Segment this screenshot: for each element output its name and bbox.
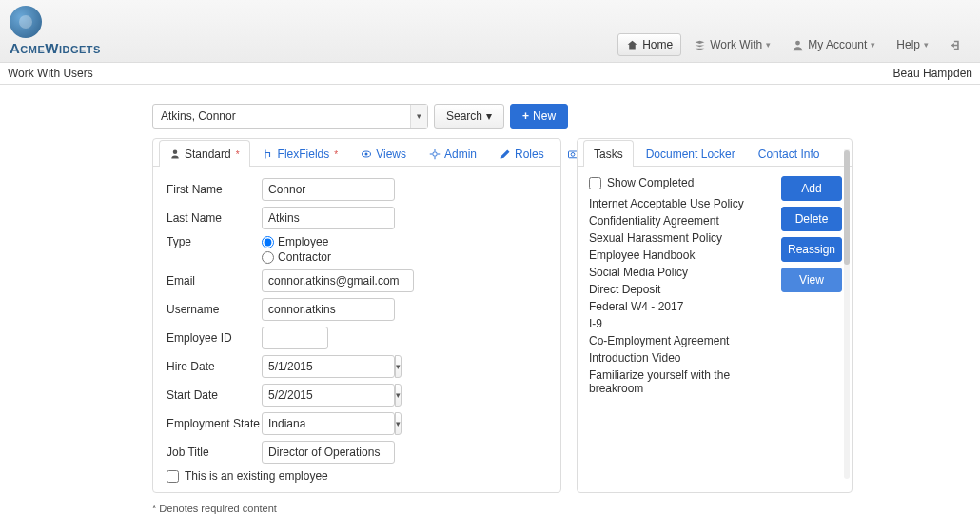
- left-tabs: Standard* FlexFields* Views Admin Roles: [153, 139, 560, 167]
- task-item[interactable]: Federal W4 - 2017: [589, 298, 772, 315]
- task-delete-button[interactable]: Delete: [781, 207, 842, 231]
- tasks-panel: Tasks Document Locker Contact Info Show …: [577, 138, 853, 493]
- task-view-button[interactable]: View: [781, 268, 842, 292]
- employment-state-input[interactable]: [262, 412, 395, 435]
- brand-logo-icon: [10, 6, 42, 38]
- pencil-icon: [500, 149, 511, 160]
- existing-employee-option[interactable]: This is an existing employee: [167, 469, 547, 483]
- tab-document-locker[interactable]: Document Locker: [636, 140, 746, 167]
- user-filter-row: Atkins, Connor ▾ Search ▾ + New: [152, 104, 961, 129]
- employment-state-toggle[interactable]: ▾: [395, 412, 402, 435]
- type-employee-radio[interactable]: [262, 236, 274, 248]
- search-button-label: Search: [446, 109, 482, 123]
- top-nav: Home Work With ▾ My Account ▾ Help ▾: [617, 33, 970, 56]
- last-name-label: Last Name: [167, 211, 262, 225]
- task-item[interactable]: Sexual Harassment Policy: [589, 229, 772, 247]
- start-date-toggle[interactable]: ▾: [395, 384, 402, 407]
- search-button[interactable]: Search ▾: [434, 104, 504, 129]
- eye-icon: [361, 149, 372, 160]
- tab-standard-label: Standard: [185, 148, 231, 161]
- tab-tasks[interactable]: Tasks: [583, 140, 634, 167]
- task-item[interactable]: Co-Employment Agreement: [589, 332, 772, 349]
- page-title: Work With Users: [8, 67, 93, 80]
- user-select-value: Atkins, Connor: [161, 109, 236, 123]
- user-select-dropdown[interactable]: Atkins, Connor ▾: [152, 104, 428, 129]
- employment-state-label: Employment State: [167, 417, 262, 430]
- task-item[interactable]: Direct Deposit: [589, 281, 772, 298]
- nav-logout-button[interactable]: [941, 34, 970, 56]
- tab-contact-info-label: Contact Info: [758, 148, 820, 161]
- task-action-buttons: Add Delete Reassign View: [781, 176, 842, 395]
- start-date-input[interactable]: [262, 384, 395, 407]
- start-date-label: Start Date: [167, 388, 262, 402]
- form-body: First Name Last Name Type Employee Contr…: [153, 167, 560, 492]
- task-item[interactable]: I-9: [589, 315, 772, 332]
- first-name-input[interactable]: [262, 178, 395, 201]
- task-list: Internet Acceptable Use PolicyConfidenti…: [589, 195, 772, 395]
- username-input[interactable]: [262, 298, 395, 321]
- nav-work-with-button[interactable]: Work With ▾: [685, 33, 779, 56]
- tab-document-locker-label: Document Locker: [646, 148, 735, 161]
- show-completed-option[interactable]: Show Completed: [589, 176, 772, 195]
- task-scrollbar-thumb[interactable]: [844, 150, 850, 265]
- task-scrollbar[interactable]: [844, 149, 850, 479]
- app-header: AcmeWidgets Home Work With ▾ My Account …: [0, 0, 980, 63]
- svg-point-3: [365, 153, 368, 156]
- required-note: * Denotes required content: [152, 503, 961, 514]
- subheader: Work With Users Beau Hampden: [0, 63, 980, 85]
- hire-date-toggle[interactable]: ▾: [395, 355, 402, 378]
- svg-point-1: [173, 150, 178, 155]
- nav-home-button[interactable]: Home: [617, 33, 681, 56]
- logout-icon: [950, 39, 962, 51]
- employee-id-input[interactable]: [262, 327, 328, 349]
- tab-flexfields[interactable]: FlexFields*: [252, 140, 349, 167]
- last-name-input[interactable]: [262, 207, 395, 229]
- gear-icon: [429, 149, 441, 160]
- type-employee-option[interactable]: Employee: [262, 235, 357, 248]
- task-item[interactable]: Employee Handbook: [589, 247, 772, 264]
- task-item[interactable]: Internet Acceptable Use Policy: [589, 195, 772, 212]
- current-user-name: Beau Hampden: [893, 67, 972, 80]
- svg-rect-5: [568, 151, 577, 158]
- employee-id-label: Employee ID: [167, 331, 262, 345]
- show-completed-label: Show Completed: [607, 176, 694, 189]
- type-contractor-option[interactable]: Contractor: [262, 250, 357, 264]
- tab-standard[interactable]: Standard*: [159, 140, 250, 167]
- existing-employee-label: This is an existing employee: [185, 469, 328, 483]
- tab-roles[interactable]: Roles: [489, 140, 555, 167]
- task-add-button[interactable]: Add: [781, 176, 842, 201]
- stack-icon: [694, 39, 706, 51]
- email-label: Email: [167, 274, 262, 288]
- task-item[interactable]: Social Media Policy: [589, 264, 772, 281]
- task-item[interactable]: Familiarize yourself with the breakroom: [589, 367, 772, 395]
- task-item[interactable]: Introduction Video: [589, 349, 772, 367]
- svg-point-6: [571, 153, 575, 157]
- user-form-panel: Standard* FlexFields* Views Admin Roles: [152, 138, 561, 493]
- type-label: Type: [167, 235, 262, 248]
- chevron-down-icon: ▾: [486, 109, 492, 123]
- user-icon: [792, 39, 804, 51]
- nav-work-with-label: Work With: [710, 38, 762, 51]
- existing-employee-checkbox[interactable]: [167, 470, 179, 483]
- brand-name: AcmeWidgets: [10, 40, 101, 56]
- task-reassign-button[interactable]: Reassign: [781, 237, 842, 262]
- tab-views[interactable]: Views: [350, 140, 417, 167]
- home-icon: [626, 39, 638, 51]
- show-completed-checkbox[interactable]: [589, 177, 601, 189]
- type-contractor-radio[interactable]: [262, 251, 274, 264]
- chevron-down-icon: ▾: [410, 105, 427, 128]
- nav-my-account-button[interactable]: My Account ▾: [783, 33, 884, 56]
- hire-date-input[interactable]: [262, 355, 395, 378]
- person-icon: [169, 149, 181, 160]
- hire-date-label: Hire Date: [167, 360, 262, 373]
- email-input[interactable]: [262, 269, 414, 292]
- tab-contact-info[interactable]: Contact Info: [748, 140, 831, 167]
- job-title-input[interactable]: [262, 441, 395, 464]
- nav-help-button[interactable]: Help ▾: [888, 33, 937, 56]
- tab-views-label: Views: [376, 148, 406, 161]
- right-tabs: Tasks Document Locker Contact Info: [578, 139, 852, 167]
- new-button[interactable]: + New: [510, 104, 568, 129]
- tab-admin[interactable]: Admin: [419, 140, 487, 167]
- task-item[interactable]: Confidentiality Agreement: [589, 212, 772, 229]
- svg-point-4: [433, 152, 438, 157]
